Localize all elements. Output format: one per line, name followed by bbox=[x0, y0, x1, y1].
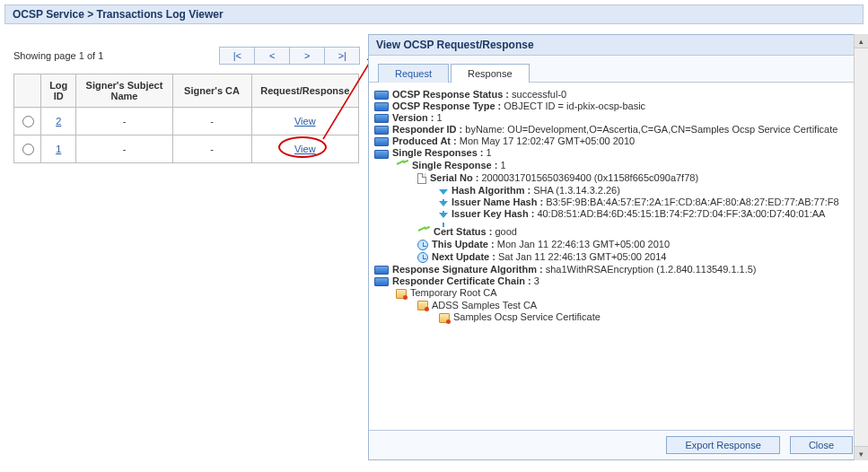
issuerkey-label: Issuer Key Hash : bbox=[452, 208, 534, 219]
vertical-scrollbar[interactable]: ▴ ▾ bbox=[854, 34, 868, 460]
sigalg-value: sha1WithRSAEncryption (1.2.840.113549.1.… bbox=[543, 264, 757, 275]
tab-strip: Request Response bbox=[369, 56, 858, 83]
response-tree: OCSP Response Status : successful-0 OCSP… bbox=[369, 83, 858, 430]
nextupdate-value: Sat Jan 11 22:46:13 GMT+05:00 2014 bbox=[495, 251, 667, 262]
certificate-icon bbox=[396, 289, 407, 299]
row-signer: - bbox=[76, 135, 172, 163]
brick-icon bbox=[374, 91, 389, 100]
col-signer: Signer's Subject Name bbox=[76, 74, 172, 108]
doc-icon bbox=[417, 173, 426, 184]
thisupdate-label: This Update : bbox=[432, 239, 495, 249]
col-select bbox=[14, 74, 41, 108]
breadcrumb: OCSP Service > Transactions Log Viewer bbox=[4, 4, 864, 24]
response-status-value: successful-0 bbox=[509, 89, 566, 100]
brick-icon bbox=[374, 102, 389, 111]
sigalg-label: Response Signature Algorithm : bbox=[392, 264, 543, 275]
tab-request[interactable]: Request bbox=[378, 64, 449, 83]
certificate-icon bbox=[439, 313, 450, 323]
pager-next[interactable]: > bbox=[289, 47, 325, 65]
cert-node: ADSS Samples Test CA bbox=[432, 300, 537, 310]
logid-link[interactable]: 1 bbox=[56, 144, 61, 154]
producedat-value: Mon May 17 12:02:47 GMT+05:00 2010 bbox=[457, 135, 635, 146]
certstatus-label: Cert Status : bbox=[434, 226, 492, 237]
table-row: 2 - - View bbox=[14, 108, 359, 135]
panel-title: View OCSP Request/Response bbox=[369, 35, 858, 56]
pager-first[interactable]: |< bbox=[219, 47, 255, 65]
export-response-button[interactable]: Export Response bbox=[666, 436, 779, 454]
single-responses-label: Single Responses : bbox=[392, 147, 483, 158]
detail-panel: View OCSP Request/Response Request Respo… bbox=[368, 34, 859, 460]
col-reqres: Request/Response bbox=[251, 74, 358, 108]
issuername-value: B3:5F:9B:BA:4A:57:E7:2A:1F:CD:8A:AF:80:A… bbox=[543, 197, 839, 207]
key-icon bbox=[396, 161, 408, 171]
producedat-label: Produced At : bbox=[392, 135, 457, 146]
brick-icon bbox=[374, 150, 389, 159]
certstatus-value: good bbox=[492, 226, 517, 237]
filter-icon bbox=[439, 189, 448, 195]
clock-icon bbox=[417, 252, 428, 263]
brick-icon bbox=[374, 266, 389, 275]
hashalg-value: SHA (1.3.14.3.2.26) bbox=[530, 185, 620, 196]
view-link[interactable]: View bbox=[294, 144, 316, 154]
single-responses-value: 1 bbox=[483, 147, 491, 158]
filter-icon bbox=[439, 213, 448, 218]
certificate-icon bbox=[417, 301, 428, 310]
col-ca: Signer's CA bbox=[172, 74, 251, 108]
panel-footer: Export Response Close bbox=[369, 430, 858, 459]
cert-node: Samples Ocsp Service Certificate bbox=[453, 311, 601, 322]
table-row: 1 - - View bbox=[14, 135, 359, 163]
row-radio[interactable] bbox=[22, 116, 34, 127]
hashalg-label: Hash Algorithm : bbox=[452, 185, 530, 196]
filter-icon bbox=[439, 201, 448, 206]
tab-response[interactable]: Response bbox=[451, 64, 530, 83]
brick-icon bbox=[374, 126, 389, 135]
issuername-label: Issuer Name Hash : bbox=[452, 197, 543, 207]
row-signer: - bbox=[76, 108, 172, 135]
response-status-label: OCSP Response Status : bbox=[392, 89, 509, 100]
key-icon bbox=[417, 227, 430, 238]
brick-icon bbox=[374, 137, 389, 146]
single-response-label: Single Response : bbox=[412, 160, 497, 170]
close-button[interactable]: Close bbox=[790, 436, 853, 454]
row-ca: - bbox=[172, 108, 251, 135]
log-table: Log ID Signer's Subject Name Signer's CA… bbox=[13, 74, 359, 163]
col-logid: Log ID bbox=[41, 74, 76, 108]
version-label: Version : bbox=[392, 112, 434, 123]
version-value: 1 bbox=[434, 112, 442, 123]
view-link[interactable]: View bbox=[294, 116, 316, 127]
scroll-down-icon[interactable]: ▾ bbox=[855, 446, 868, 460]
brick-icon bbox=[374, 277, 389, 286]
issuerkey-value: 40:D8:51:AD:B4:6D:45:15:1B:74:F2:7D:04:F… bbox=[534, 208, 825, 219]
cert-node: Temporary Root CA bbox=[410, 287, 497, 298]
certchain-value: 3 bbox=[531, 275, 539, 286]
responderid-label: Responder ID : bbox=[392, 124, 462, 135]
pager-text: Showing page 1 of 1 bbox=[13, 50, 103, 61]
pager-last[interactable]: >| bbox=[324, 47, 360, 65]
nextupdate-label: Next Update : bbox=[432, 251, 495, 262]
single-response-value: 1 bbox=[497, 160, 505, 170]
response-type-value: OBJECT ID = id-pkix-ocsp-basic bbox=[501, 101, 645, 111]
scroll-up-icon[interactable]: ▴ bbox=[855, 34, 868, 48]
thisupdate-value: Mon Jan 11 22:46:13 GMT+05:00 2010 bbox=[495, 239, 670, 249]
logid-link[interactable]: 2 bbox=[56, 116, 61, 127]
responderid-value: byName: OU=Development,O=Ascertia,C=GA,C… bbox=[462, 124, 837, 135]
serial-label: Serial No : bbox=[430, 172, 478, 183]
row-radio[interactable] bbox=[22, 144, 34, 155]
response-type-label: OCSP Response Type : bbox=[392, 101, 501, 111]
brick-icon bbox=[374, 114, 389, 123]
certchain-label: Responder Certificate Chain : bbox=[392, 275, 531, 286]
clock-icon bbox=[417, 240, 428, 250]
pager-prev[interactable]: < bbox=[254, 47, 290, 65]
serial-value: 20000317015650369400 (0x1158f665c090a7f7… bbox=[478, 172, 698, 183]
row-ca: - bbox=[172, 135, 251, 163]
